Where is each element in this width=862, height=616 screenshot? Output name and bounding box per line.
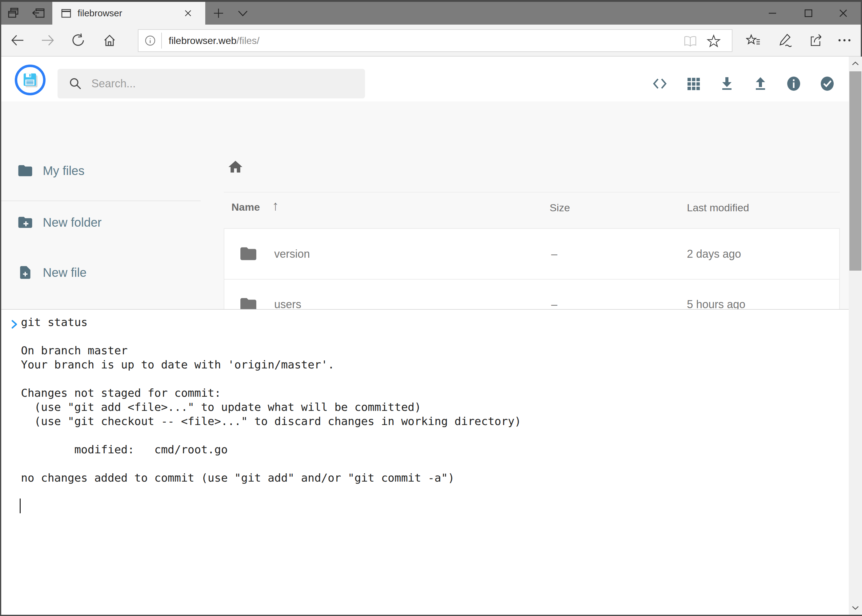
filebrowser-logo[interactable] [15, 64, 46, 95]
file-modified: 2 days ago [687, 248, 741, 261]
download-icon[interactable] [719, 75, 735, 92]
page-scrollbar[interactable] [849, 57, 862, 615]
new-folder-icon [17, 214, 33, 231]
new-tab-button[interactable] [212, 7, 225, 19]
set-tabs-aside-icon[interactable] [31, 6, 46, 20]
terminal-output: On branch master Your branch is up to da… [21, 329, 521, 485]
new-file-icon [17, 264, 33, 281]
back-icon[interactable] [10, 33, 25, 48]
app-header [1, 57, 861, 102]
listing-divider [224, 192, 840, 193]
breadcrumb-home-icon[interactable] [227, 159, 244, 175]
browser-window: filebrowser [0, 0, 862, 616]
window-minimize-button[interactable] [766, 6, 779, 20]
tab-close-icon[interactable] [183, 8, 193, 19]
more-options-icon[interactable] [837, 33, 852, 48]
web-page: My files New folder New file Settings [1, 57, 861, 615]
sort-asc-icon[interactable]: ↑ [272, 198, 279, 214]
home-icon[interactable] [102, 33, 117, 48]
sidebar-item-label: New folder [43, 215, 102, 229]
window-maximize-button[interactable] [802, 6, 815, 20]
tab-preview-icon[interactable] [7, 6, 21, 20]
column-header-name[interactable]: Name [232, 201, 260, 213]
favorite-star-icon[interactable] [707, 34, 721, 48]
search-box[interactable] [58, 69, 365, 98]
file-name: version [274, 248, 310, 261]
folder-icon [239, 244, 258, 263]
column-header-modified[interactable]: Last modified [687, 202, 749, 214]
hub-favorites-icon[interactable] [746, 33, 761, 48]
terminal-panel[interactable]: git status On branch master Your branch … [1, 309, 849, 615]
grid-view-icon[interactable] [686, 75, 702, 92]
folder-icon [17, 162, 33, 179]
tab-title: filebrowser [77, 8, 122, 19]
file-row-version[interactable]: version – 2 days ago [224, 229, 839, 279]
address-bar[interactable]: filebrowser.web/files/ [138, 29, 733, 52]
share-icon[interactable] [809, 33, 824, 48]
select-check-icon[interactable] [819, 75, 835, 92]
sidebar-item-label: My files [43, 164, 85, 178]
content-band: My files New folder New file Settings [1, 102, 849, 309]
tab-list-chevron-icon[interactable] [236, 9, 250, 19]
sidebar-item-new-file[interactable]: New file [17, 264, 87, 281]
forward-icon[interactable] [41, 33, 55, 48]
terminal-cursor [20, 498, 20, 513]
scroll-down-button[interactable] [849, 600, 862, 615]
browser-toolbar: filebrowser.web/files/ [1, 25, 861, 57]
scrollbar-thumb[interactable] [849, 71, 861, 270]
sidebar-divider [1, 201, 201, 201]
site-info-icon[interactable] [144, 35, 156, 47]
sidebar-item-label: New file [43, 266, 87, 280]
refresh-icon[interactable] [71, 33, 85, 48]
web-note-pen-icon[interactable] [777, 33, 792, 48]
file-size: – [551, 248, 557, 261]
reading-view-icon[interactable] [682, 35, 698, 48]
upload-icon[interactable] [752, 75, 769, 92]
search-input[interactable] [91, 77, 337, 90]
tab-favicon [60, 7, 72, 19]
window-close-button[interactable] [837, 6, 850, 20]
address-bar-divider [161, 33, 162, 49]
sidebar-item-new-folder[interactable]: New folder [17, 214, 102, 231]
shell-code-icon[interactable] [652, 75, 668, 92]
browser-tab[interactable]: filebrowser [52, 2, 205, 25]
window-border-bottom [0, 615, 862, 616]
url-text: filebrowser.web/files/ [169, 35, 259, 46]
info-icon[interactable] [786, 75, 802, 92]
prompt-chevron-icon [11, 318, 19, 331]
search-icon [68, 76, 83, 91]
tab-bar: filebrowser [1, 2, 861, 25]
url-path: /files/ [236, 35, 260, 46]
terminal-command: git status [21, 315, 88, 329]
url-host: filebrowser.web [169, 35, 236, 46]
scroll-up-button[interactable] [849, 57, 862, 71]
column-header-size[interactable]: Size [550, 202, 570, 214]
sidebar-item-my-files[interactable]: My files [17, 162, 85, 179]
